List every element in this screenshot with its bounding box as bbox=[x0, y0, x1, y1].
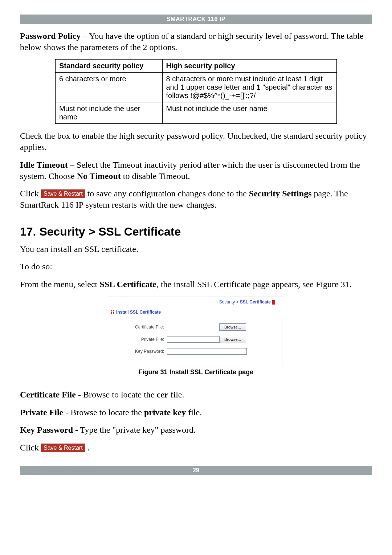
policy-cell-std-0: 6 characters or more bbox=[56, 73, 163, 102]
ssl-intro: You can install an SSL certificate. bbox=[20, 244, 372, 255]
certificate-file-input[interactable] bbox=[167, 324, 220, 330]
checkbox-note: Check the box to enable the high securit… bbox=[20, 130, 372, 152]
page-header-bar: SMARTRACK 116 IP bbox=[20, 15, 372, 24]
breadcrumb-security: Security bbox=[219, 299, 235, 305]
to-do-so: To do so: bbox=[20, 261, 372, 272]
private-file-end: file. bbox=[186, 408, 202, 417]
from-menu-paragraph: From the menu, select SSL Certificate, t… bbox=[20, 279, 372, 290]
section-icon bbox=[110, 310, 115, 314]
private-file-mid: - Browse to locate the bbox=[63, 408, 144, 417]
save-restart-button-image: Save & Restart bbox=[41, 189, 85, 198]
final-click-post: . bbox=[85, 443, 90, 452]
click-prefix: Click bbox=[20, 189, 41, 198]
password-policy-paragraph: Password Policy – You have the option of… bbox=[20, 30, 372, 53]
section-heading-ssl: 17. Security > SSL Certificate bbox=[20, 225, 372, 238]
table-row: 6 characters or more 8 characters or mor… bbox=[56, 73, 337, 102]
policy-cell-high-0: 8 characters or more must include at lea… bbox=[162, 73, 337, 102]
save-restart-button-image-2: Save & Restart bbox=[41, 444, 85, 452]
idle-timeout-label: Idle Timeout bbox=[20, 160, 68, 170]
certificate-file-end: file. bbox=[168, 390, 184, 399]
caret-icon bbox=[272, 300, 275, 305]
private-file-bold: Private File bbox=[20, 408, 63, 417]
breadcrumb-sep: > bbox=[235, 299, 240, 305]
policy-header-standard: Standard security policy bbox=[56, 60, 163, 73]
key-password-rest: - Type the "private key" password. bbox=[73, 425, 196, 434]
from-menu-bold: SSL Certificate bbox=[99, 279, 156, 289]
header-title: SMARTRACK 116 IP bbox=[167, 16, 225, 22]
policy-header-high: High security policy bbox=[162, 60, 337, 73]
install-ssl-section-header: Install SSL Certificate bbox=[109, 308, 283, 317]
private-file-input[interactable] bbox=[167, 336, 220, 343]
install-ssl-title: Install SSL Certificate bbox=[116, 310, 161, 315]
save-restart-paragraph: Click Save & Restart to save any configu… bbox=[20, 188, 372, 210]
page-number: 29 bbox=[193, 467, 199, 473]
certificate-browse-button[interactable]: Browse... bbox=[219, 323, 246, 331]
cer-bold: cer bbox=[157, 390, 168, 399]
certificate-file-mid: - Browse to locate the bbox=[76, 390, 157, 399]
private-key-bold: private key bbox=[144, 408, 186, 417]
certificate-file-label: Certificate File: bbox=[113, 325, 167, 330]
key-password-bold: Key Password bbox=[20, 425, 73, 434]
policy-table: Standard security policy High security p… bbox=[55, 59, 337, 124]
from-menu-a: From the menu, select bbox=[20, 279, 99, 289]
security-settings-label: Security Settings bbox=[249, 189, 312, 198]
breadcrumb-ssl-certificate: SSL Certificate bbox=[240, 299, 271, 305]
breadcrumb: Security > SSL Certificate bbox=[109, 297, 283, 308]
key-password-description: Key Password - Type the "private key" pa… bbox=[20, 424, 372, 436]
install-ssl-screenshot: Security > SSL Certificate Install SSL C… bbox=[109, 297, 283, 376]
private-browse-button[interactable]: Browse... bbox=[219, 336, 246, 343]
ssl-form-area: Certificate File: Browse... Private File… bbox=[109, 317, 283, 366]
private-file-label: Private File: bbox=[113, 337, 167, 342]
page-footer-bar: 29 bbox=[20, 466, 372, 475]
key-password-label: Key Password: bbox=[113, 349, 167, 354]
save-mid: to save any configuration changes done t… bbox=[85, 189, 249, 198]
certificate-file-description: Certificate File - Browse to locate the … bbox=[20, 389, 372, 400]
figure-caption: Figure 31 Install SSL Certificate page bbox=[109, 368, 283, 376]
no-timeout-label: No Timeout bbox=[77, 171, 121, 181]
certificate-file-bold: Certificate File bbox=[20, 390, 76, 399]
policy-cell-std-1: Must not include the user name bbox=[56, 102, 163, 124]
private-file-description: Private File - Browse to locate the priv… bbox=[20, 407, 372, 418]
final-click-paragraph: Click Save & Restart . bbox=[20, 442, 372, 453]
idle-timeout-text-b: to disable Timeout. bbox=[121, 171, 190, 181]
idle-timeout-paragraph: Idle Timeout – Select the Timeout inacti… bbox=[20, 159, 372, 181]
from-menu-b: , the install SSL Certificate page appea… bbox=[156, 279, 352, 289]
table-row: Must not include the user name Must not … bbox=[56, 102, 337, 124]
policy-cell-high-1: Must not include the user name bbox=[162, 102, 337, 124]
password-policy-label: Password Policy bbox=[20, 31, 81, 41]
final-click-pre: Click bbox=[20, 443, 41, 452]
key-password-input[interactable] bbox=[167, 348, 247, 355]
